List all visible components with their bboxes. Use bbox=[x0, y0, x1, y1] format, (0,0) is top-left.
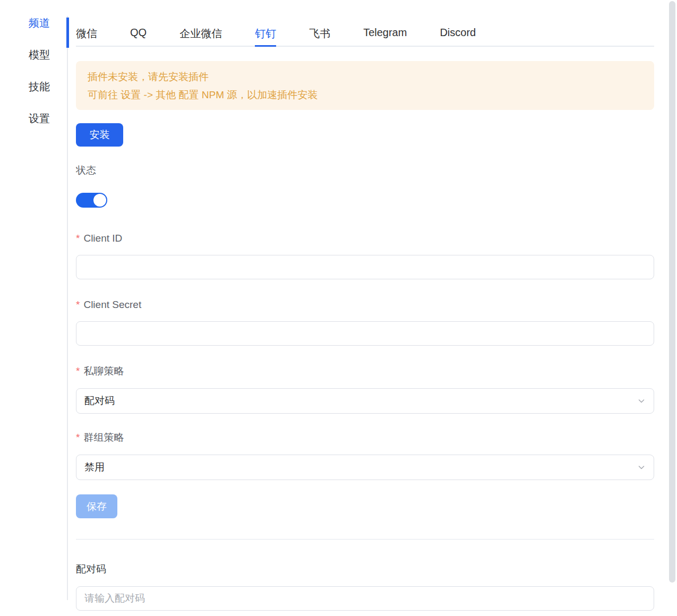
group-strategy-select[interactable]: 禁用 bbox=[76, 455, 654, 480]
client-secret-input[interactable] bbox=[76, 321, 654, 346]
tab-feishu[interactable]: 飞书 bbox=[309, 16, 330, 47]
chevron-down-icon bbox=[637, 397, 646, 405]
tab-wecom[interactable]: 企业微信 bbox=[179, 16, 222, 47]
pairing-code-input[interactable] bbox=[76, 586, 654, 611]
sidebar-item-channels[interactable]: 频道 bbox=[0, 16, 67, 30]
sidebar: 频道 模型 技能 设置 bbox=[0, 16, 68, 600]
page: 频道 模型 技能 设置 微信 QQ 企业微信 钉钉 飞书 Telegram Di… bbox=[0, 0, 677, 600]
channel-tabs: 微信 QQ 企业微信 钉钉 飞书 Telegram Discord bbox=[76, 16, 654, 47]
sidebar-item-settings[interactable]: 设置 bbox=[0, 112, 67, 125]
private-chat-strategy-value: 配对码 bbox=[84, 394, 115, 408]
tab-qq[interactable]: QQ bbox=[130, 16, 147, 47]
tab-telegram[interactable]: Telegram bbox=[363, 16, 407, 47]
tab-dingtalk[interactable]: 钉钉 bbox=[255, 16, 276, 47]
required-asterisk: * bbox=[76, 298, 80, 311]
sidebar-item-skills[interactable]: 技能 bbox=[0, 80, 67, 93]
private-chat-strategy-label: * 私聊策略 bbox=[76, 364, 654, 378]
group-strategy-label: * 群组策略 bbox=[76, 431, 654, 444]
sidebar-active-indicator bbox=[66, 18, 69, 48]
required-asterisk: * bbox=[76, 232, 80, 245]
pairing-code-label: 配对码 bbox=[76, 562, 654, 576]
tab-discord[interactable]: Discord bbox=[440, 16, 476, 47]
private-chat-strategy-label-text: 私聊策略 bbox=[83, 364, 124, 378]
warning-line-2: 可前往 设置 -> 其他 配置 NPM 源，以加速插件安装 bbox=[88, 86, 642, 104]
chevron-down-icon bbox=[637, 463, 646, 472]
status-label: 状态 bbox=[76, 164, 654, 177]
main-content: 微信 QQ 企业微信 钉钉 飞书 Telegram Discord 插件未安装，… bbox=[76, 16, 654, 600]
required-asterisk: * bbox=[76, 431, 80, 444]
required-asterisk: * bbox=[76, 364, 80, 378]
status-toggle[interactable] bbox=[76, 193, 107, 208]
client-secret-label-text: Client Secret bbox=[83, 298, 141, 311]
client-id-label-text: Client ID bbox=[83, 232, 122, 245]
toggle-knob-icon bbox=[93, 194, 106, 207]
client-secret-label: * Client Secret bbox=[76, 298, 654, 311]
tab-wechat[interactable]: 微信 bbox=[76, 16, 97, 47]
private-chat-strategy-select[interactable]: 配对码 bbox=[76, 388, 654, 414]
client-id-input[interactable] bbox=[76, 255, 654, 279]
vertical-scrollbar-thumb[interactable] bbox=[669, 1, 675, 583]
group-strategy-value: 禁用 bbox=[84, 460, 105, 474]
install-button[interactable]: 安装 bbox=[76, 123, 123, 147]
group-strategy-label-text: 群组策略 bbox=[83, 431, 124, 444]
plugin-warning-banner: 插件未安装，请先安装插件 可前往 设置 -> 其他 配置 NPM 源，以加速插件… bbox=[76, 61, 654, 110]
save-button[interactable]: 保存 bbox=[76, 494, 117, 518]
client-id-label: * Client ID bbox=[76, 232, 654, 245]
sidebar-item-models[interactable]: 模型 bbox=[0, 48, 67, 62]
warning-line-1: 插件未安装，请先安装插件 bbox=[88, 68, 642, 86]
section-divider bbox=[76, 539, 654, 540]
